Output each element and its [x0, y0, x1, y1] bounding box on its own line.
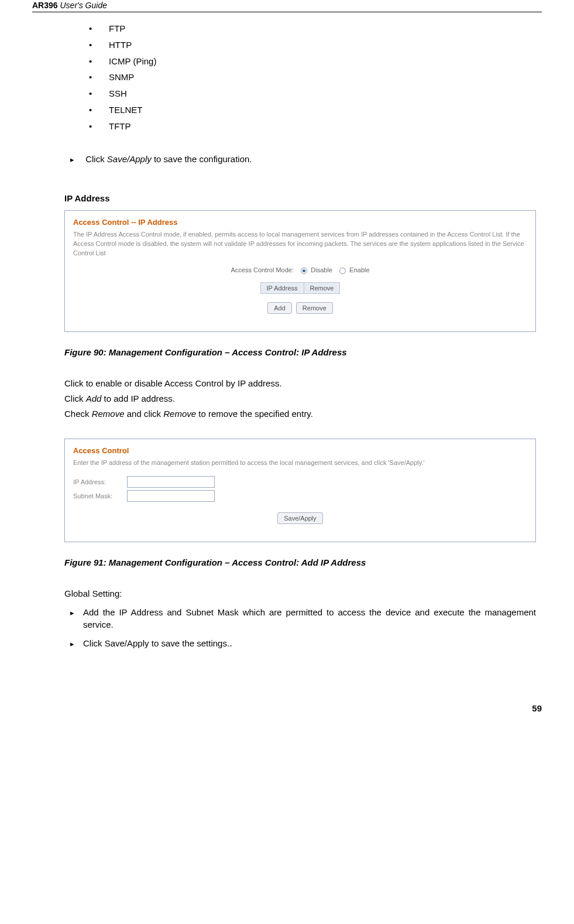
list-item: TFTP	[89, 118, 536, 135]
text: Click	[85, 154, 107, 164]
col-ip: IP Address	[260, 282, 304, 293]
period: .	[229, 638, 232, 649]
header-title: AR396 User's Guide	[32, 1, 107, 10]
protocol-list: FTP HTTP ICMP (Ping) SNMP SSH TELNET TFT…	[64, 20, 536, 134]
list-item: ICMP (Ping)	[89, 53, 536, 70]
text-emphasis: Remove	[92, 409, 125, 419]
add-button[interactable]: Add	[267, 302, 292, 314]
button-row: Add Remove	[73, 302, 527, 314]
save-apply-row: Save/Apply	[73, 512, 527, 524]
page-content: FTP HTTP ICMP (Ping) SNMP SSH TELNET TFT…	[32, 20, 542, 651]
subnet-mask-label: Subnet Mask:	[73, 492, 127, 499]
ip-address-row: IP Address:	[73, 476, 527, 488]
fig90-title: Access Control -- IP Address	[73, 218, 527, 227]
global-setting-heading: Global Setting:	[64, 586, 536, 601]
save-apply-button[interactable]: Save/Apply	[277, 512, 323, 524]
radio-enable-label: Enable	[349, 266, 369, 273]
text: and click	[125, 409, 164, 419]
list-item: Add the IP Address and Subnet Mask which…	[70, 606, 536, 631]
list-item: FTP	[89, 20, 536, 37]
text: to save the configuration.	[152, 154, 252, 164]
ip-address-label: IP Address:	[73, 478, 127, 485]
list-item: Click Save/Apply to save the settings..	[70, 636, 536, 651]
text: Check	[64, 409, 92, 419]
list-item: HTTP	[89, 37, 536, 53]
ip-table-row: IP Address Remove	[73, 282, 527, 294]
ip-address-input[interactable]	[127, 476, 215, 488]
text: Click Save/Apply to save the settings.	[83, 638, 229, 648]
text-emphasis: Add	[86, 393, 102, 403]
list-item: TELNET	[89, 102, 536, 118]
text: to add IP address.	[101, 393, 175, 403]
radio-disable[interactable]	[301, 268, 307, 274]
figure-90-box: Access Control -- IP Address The IP Addr…	[64, 210, 536, 331]
text-emphasis: Save/Apply	[107, 154, 152, 164]
mode-label: Access Control Mode:	[231, 266, 294, 273]
ip-address-heading: IP Address	[64, 193, 536, 203]
radio-enable[interactable]	[339, 268, 346, 274]
ip-table: IP Address Remove	[260, 282, 341, 294]
arrow-list-save: Click Save/Apply to save the configurati…	[64, 153, 536, 165]
body-line: Click to enable or disable Access Contro…	[64, 376, 536, 391]
fig90-desc: The IP Address Access Control mode, if e…	[73, 230, 527, 258]
text-emphasis: Remove	[163, 409, 196, 419]
subnet-mask-row: Subnet Mask:	[73, 490, 527, 502]
list-item: SNMP	[89, 69, 536, 85]
figure-91-box: Access Control Enter the IP address of t…	[64, 439, 536, 542]
text: to remove the specified entry.	[196, 409, 313, 419]
fig91-title: Access Control	[73, 446, 527, 455]
radio-disable-label: Disable	[311, 266, 332, 273]
body-line: Check Remove and click Remove to remove …	[64, 406, 536, 422]
header-subtitle: User's Guide	[58, 1, 107, 10]
subnet-mask-input[interactable]	[127, 490, 215, 502]
fig91-desc: Enter the IP address of the management s…	[73, 458, 527, 468]
page-number: 59	[32, 703, 542, 713]
figure-91-caption: Figure 91: Management Configuration – Ac…	[64, 557, 536, 567]
list-item: Click Save/Apply to save the configurati…	[70, 153, 536, 165]
col-remove: Remove	[304, 282, 340, 293]
remove-button[interactable]: Remove	[296, 302, 333, 314]
header-bar: AR396 User's Guide	[32, 0, 542, 12]
global-arrow-list: Add the IP Address and Subnet Mask which…	[64, 606, 536, 651]
figure-90-caption: Figure 90: Management Configuration – Ac…	[64, 347, 536, 357]
body-line: Click Add to add IP address.	[64, 391, 536, 406]
text: Click	[64, 393, 86, 403]
list-item: SSH	[89, 85, 536, 102]
access-control-mode-row: Access Control Mode: Disable Enable	[73, 266, 527, 274]
header-model: AR396	[32, 1, 58, 10]
